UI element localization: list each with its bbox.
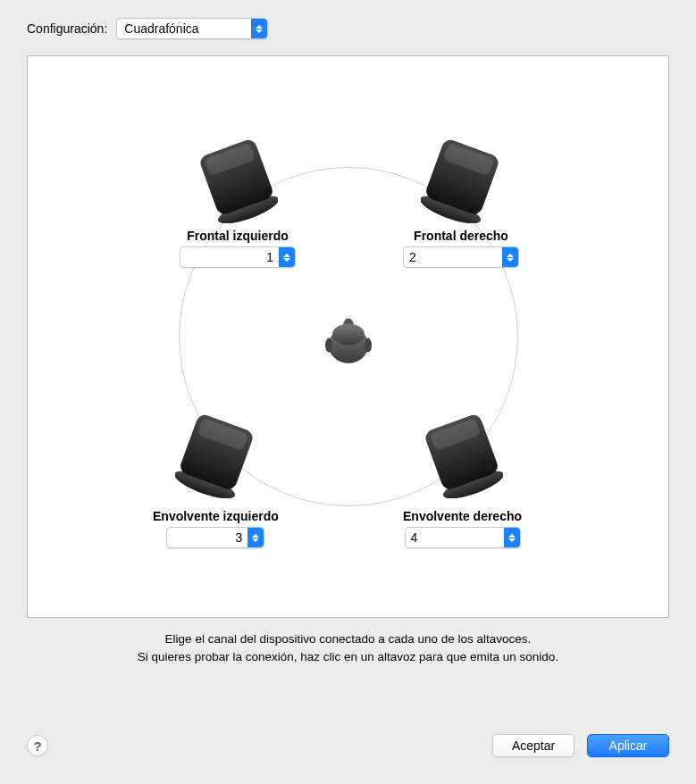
speaker-front-right-channel-popup[interactable]: 2 xyxy=(403,246,519,268)
speaker-layout-canvas: Frontal izquierdo 1 Frontal derecho 2 En… xyxy=(27,55,669,618)
speaker-front-left-label: Frontal izquierdo xyxy=(187,229,289,243)
speaker-front-left-channel-value: 1 xyxy=(180,247,279,267)
apply-button-label: Aplicar xyxy=(609,738,648,753)
speaker-front-right-icon[interactable] xyxy=(421,138,501,223)
speaker-front-right-label: Frontal derecho xyxy=(414,229,508,243)
updown-icon xyxy=(251,19,267,38)
speaker-front-left-icon[interactable] xyxy=(197,138,278,223)
cancel-button[interactable]: Aceptar xyxy=(492,734,574,757)
hint-line-1: Elige el canal del dispositivo conectado… xyxy=(27,630,669,648)
config-popup[interactable]: Cuadrafónica xyxy=(116,18,268,39)
listener-icon xyxy=(323,296,373,367)
speaker-surround-left-channel-popup[interactable]: 3 xyxy=(166,527,264,548)
svg-point-7 xyxy=(332,324,365,346)
updown-icon xyxy=(247,528,264,547)
updown-icon xyxy=(279,247,295,267)
speaker-surround-left-label: Envolvente izquierdo xyxy=(153,509,279,523)
apply-button[interactable]: Aplicar xyxy=(587,734,669,757)
hint-line-2: Si quieres probar la conexión, haz clic … xyxy=(27,648,669,666)
speaker-surround-left-channel-value: 3 xyxy=(167,528,247,547)
hint-text: Elige el canal del dispositivo conectado… xyxy=(27,630,669,665)
help-button[interactable]: ? xyxy=(27,735,48,756)
help-icon: ? xyxy=(33,738,41,754)
speaker-surround-left-icon[interactable] xyxy=(175,413,256,498)
speaker-front-left-channel-popup[interactable]: 1 xyxy=(180,246,296,268)
speaker-surround-right-label: Envolvente derecho xyxy=(403,509,522,523)
config-label: Configuración: xyxy=(27,21,107,36)
speaker-front-right-channel-value: 2 xyxy=(404,247,502,267)
updown-icon xyxy=(502,247,518,267)
speaker-surround-right-icon[interactable] xyxy=(423,413,503,498)
speaker-surround-right-channel-value: 4 xyxy=(406,528,504,547)
speaker-surround-right-channel-popup[interactable]: 4 xyxy=(405,527,521,548)
svg-point-5 xyxy=(365,338,372,353)
config-value: Cuadrafónica xyxy=(117,19,251,38)
updown-icon xyxy=(504,528,520,547)
svg-point-4 xyxy=(325,338,332,353)
cancel-button-label: Aceptar xyxy=(512,738,555,753)
